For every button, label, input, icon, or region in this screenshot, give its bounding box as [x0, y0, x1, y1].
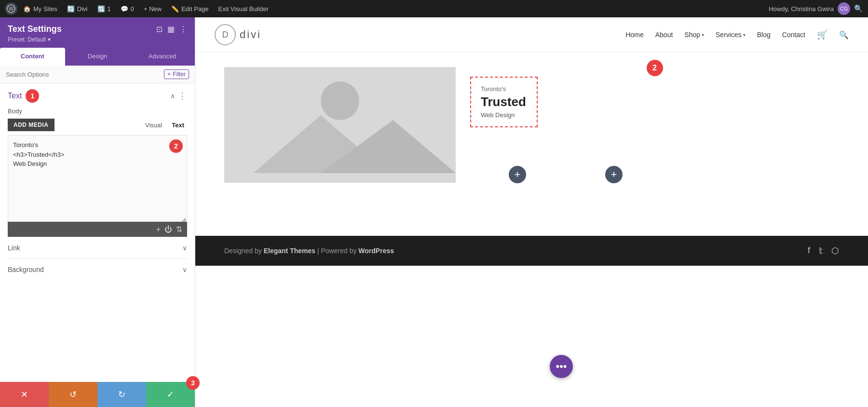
undo-button[interactable]: ↺	[49, 382, 97, 407]
website-footer: Designed by Elegant Themes | Powered by …	[195, 236, 868, 266]
background-section-header[interactable]: Background ∨	[8, 266, 187, 273]
admin-bar-right: Howdy, Christina Gwira CG 🔍	[769, 2, 863, 15]
exit-builder-button[interactable]: Exit Visual Builder	[215, 0, 273, 17]
menu-home[interactable]: Home	[625, 31, 643, 39]
search-icon[interactable]: 🔍	[854, 4, 863, 13]
menu-blog[interactable]: Blog	[757, 31, 771, 39]
menu-about[interactable]: About	[655, 31, 673, 39]
new-label: + New	[144, 5, 162, 13]
cancel-button[interactable]: ✕	[0, 382, 49, 407]
edit-page-button[interactable]: ✏️ Edit Page	[167, 0, 212, 17]
link-chevron-icon: ∨	[182, 244, 187, 252]
section-controls: ∧ ⋮	[170, 91, 187, 101]
section-options-icon[interactable]: ⋮	[178, 91, 187, 101]
text-editor-area: Toronto's<h3>Trusted</h3>Web Design 2 ◢	[8, 135, 187, 222]
cart-icon[interactable]: 🛒	[817, 29, 827, 40]
filter-button[interactable]: + Filter	[164, 69, 189, 79]
counter-item[interactable]: 🔃 1	[94, 0, 115, 17]
website-preview: D divi Home About Shop ▾ Services ▾	[195, 17, 868, 407]
panel-title: Text Settings	[8, 24, 62, 34]
text-section-header: Text 1 ∧ ⋮	[8, 89, 187, 103]
menu-services[interactable]: Services ▾	[716, 31, 746, 39]
menu-shop[interactable]: Shop ▾	[684, 31, 704, 39]
comments-item[interactable]: 💬 0	[117, 0, 138, 17]
hero-heading: Trusted	[481, 95, 527, 109]
badge-3: 3	[186, 376, 200, 390]
panel-title-icons: ⊡ ▦ ⋮	[156, 25, 187, 34]
link-section-header[interactable]: Link ∨	[8, 244, 187, 252]
logo-text: divi	[240, 28, 261, 41]
add-content-icon[interactable]: +	[156, 225, 161, 234]
tab-advanced[interactable]: Advanced	[130, 48, 195, 66]
layout-icon[interactable]: ▦	[167, 25, 175, 34]
media-row: ADD MEDIA Visual Text	[8, 119, 187, 131]
divi-logo: D divi	[215, 24, 261, 45]
save-button[interactable]: ✓ 3	[146, 382, 195, 407]
text-editor-content[interactable]: Toronto's<h3>Trusted</h3>Web Design	[8, 136, 187, 213]
svg-text:W: W	[9, 6, 14, 12]
footer-social: f 𝕥 ⬡	[808, 245, 839, 256]
text-column: 2 Toronto's Trusted Web Design +	[470, 67, 839, 195]
background-section: Background ∨	[8, 258, 187, 280]
wordpress-icon[interactable]: W	[5, 2, 17, 15]
responsive-icon[interactable]: ⊡	[156, 25, 163, 34]
power-icon[interactable]: ⏻	[164, 225, 172, 234]
preset-label[interactable]: Preset: Default ▾	[8, 36, 187, 43]
new-button[interactable]: + New	[140, 0, 165, 17]
blog-label: Blog	[757, 31, 771, 39]
logo-circle: D	[215, 24, 236, 45]
divi-icon: 🔄	[67, 5, 75, 13]
view-toggle: Visual Text	[142, 120, 187, 131]
panel-header: Text Settings ⊡ ▦ ⋮ Preset: Default ▾	[0, 17, 195, 48]
facebook-icon[interactable]: f	[808, 245, 810, 256]
hero-sub-text: Web Design	[481, 111, 527, 119]
admin-bar: W 🏠 My Sites 🔄 Divi 🔃 1 💬 0 + New ✏️ Edi…	[0, 0, 868, 17]
body-label: Body	[8, 108, 187, 115]
more-options-icon[interactable]: ⋮	[179, 25, 187, 34]
editor-bottom-bar: + ⏻ ⇅	[8, 222, 187, 237]
contact-label: Contact	[782, 31, 805, 39]
services-label: Services	[716, 31, 742, 39]
my-sites-label: My Sites	[33, 5, 57, 13]
hero-section: 2 Toronto's Trusted Web Design +	[195, 53, 868, 236]
hero-image	[224, 67, 456, 183]
nav-search-icon[interactable]: 🔍	[839, 30, 849, 40]
tab-content[interactable]: Content	[0, 48, 65, 66]
hero-text-box[interactable]: Toronto's Trusted Web Design	[470, 77, 538, 127]
divi-menu[interactable]: 🔄 Divi	[63, 0, 92, 17]
my-sites-icon: 🏠	[23, 5, 31, 13]
collapse-icon[interactable]: ∧	[170, 92, 175, 100]
twitter-icon[interactable]: 𝕥	[819, 245, 823, 256]
resize-handle[interactable]: ◢	[182, 217, 187, 221]
text-section-label: Text	[8, 92, 22, 100]
redo-button[interactable]: ↻	[97, 382, 146, 407]
search-options-input[interactable]	[6, 71, 164, 78]
exit-builder-label: Exit Visual Builder	[218, 5, 269, 13]
website-nav: D divi Home About Shop ▾ Services ▾	[195, 17, 868, 53]
settings-panel: Text Settings ⊡ ▦ ⋮ Preset: Default ▾ Co…	[0, 17, 195, 407]
badge-1: 1	[26, 89, 39, 103]
add-media-button[interactable]: ADD MEDIA	[8, 119, 54, 131]
visual-view-button[interactable]: Visual	[142, 120, 165, 131]
plus-button-left[interactable]: +	[509, 166, 526, 183]
admin-bar-left: W 🏠 My Sites 🔄 Divi 🔃 1 💬 0 + New ✏️ Edi…	[5, 0, 769, 17]
counter-label: 1	[108, 5, 111, 13]
text-view-button[interactable]: Text	[169, 120, 187, 131]
tab-design[interactable]: Design	[65, 48, 130, 66]
sort-icon[interactable]: ⇅	[176, 225, 182, 234]
svg-point-3	[321, 81, 359, 120]
instagram-icon[interactable]: ⬡	[831, 245, 839, 256]
user-avatar[interactable]: CG	[838, 2, 850, 15]
my-sites-menu[interactable]: 🏠 My Sites	[19, 0, 61, 17]
page-badge-2: 2	[647, 60, 663, 76]
logo-letter: D	[222, 30, 229, 40]
fab-button[interactable]: •••	[550, 355, 573, 378]
panel-content: Text 1 ∧ ⋮ Body ADD MEDIA Visual	[0, 83, 195, 382]
shop-label: Shop	[684, 31, 700, 39]
comment-icon: 💬	[121, 5, 128, 13]
link-section-title: Link	[8, 244, 20, 252]
menu-contact[interactable]: Contact	[782, 31, 805, 39]
designed-by-text: Designed by	[224, 247, 264, 255]
plus-button-right[interactable]: +	[605, 166, 623, 183]
wordpress-text: WordPress	[358, 247, 394, 255]
